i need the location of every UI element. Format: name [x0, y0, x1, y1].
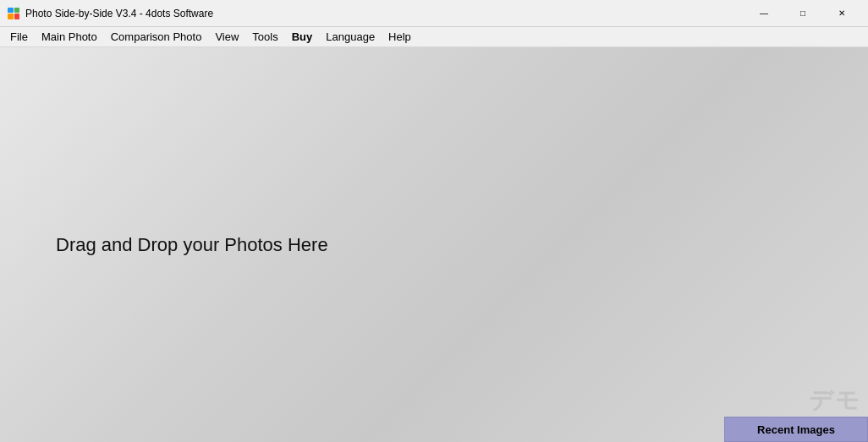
menu-item-language[interactable]: Language: [319, 28, 382, 46]
app-icon: [7, 7, 20, 20]
recent-images-button[interactable]: Recent Images: [724, 417, 868, 442]
window-controls: — □ ✕: [744, 0, 861, 27]
menu-bar: File Main Photo Comparison Photo View To…: [0, 27, 868, 47]
title-bar-left: Photo Side-by-Side V3.4 - 4dots Software: [7, 7, 213, 20]
menu-item-comparison-photo[interactable]: Comparison Photo: [104, 28, 209, 46]
watermark: デモ: [809, 385, 861, 417]
maximize-button[interactable]: □: [783, 0, 822, 27]
close-button[interactable]: ✕: [822, 0, 861, 27]
main-content: Drag and Drop your Photos Here デモ Recent…: [0, 47, 868, 442]
menu-item-view[interactable]: View: [208, 28, 245, 46]
menu-item-main-photo[interactable]: Main Photo: [35, 28, 104, 46]
drag-drop-text: Drag and Drop your Photos Here: [56, 234, 328, 256]
menu-item-file[interactable]: File: [3, 28, 35, 46]
menu-item-tools[interactable]: Tools: [245, 28, 284, 46]
title-text: Photo Side-by-Side V3.4 - 4dots Software: [25, 8, 213, 19]
menu-item-buy[interactable]: Buy: [285, 28, 320, 46]
minimize-button[interactable]: —: [744, 0, 783, 27]
menu-item-help[interactable]: Help: [382, 28, 418, 46]
title-bar: Photo Side-by-Side V3.4 - 4dots Software…: [0, 0, 868, 27]
